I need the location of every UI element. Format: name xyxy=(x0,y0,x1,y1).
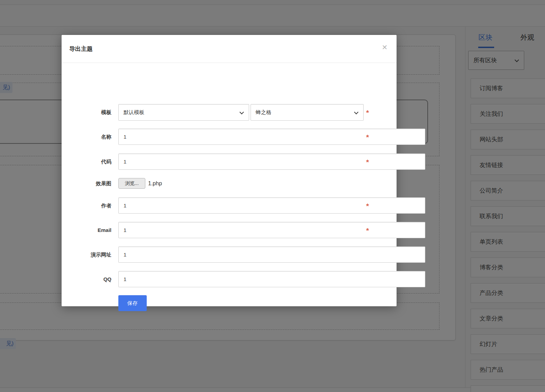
browse-button[interactable]: 浏览... xyxy=(118,178,145,189)
required-asterisk: * xyxy=(366,226,369,235)
field-label-template: 模板 xyxy=(62,104,111,120)
theme-select[interactable]: 蝉之格 xyxy=(251,104,364,121)
required-asterisk: * xyxy=(366,158,369,166)
save-button[interactable]: 保存 xyxy=(118,295,147,311)
modal-title: 导出主题 xyxy=(69,35,93,63)
name-input[interactable] xyxy=(118,129,425,145)
field-label-demo-url: 演示网址 xyxy=(62,246,111,263)
code-input[interactable] xyxy=(118,153,425,170)
field-label-email: Email xyxy=(62,222,111,238)
export-theme-modal: 导出主题 ✕ 模板 默认模板 蝉之格 * 名称 * 代码 * 效果 xyxy=(62,35,397,306)
field-label-screenshot: 效果图 xyxy=(62,178,111,189)
field-label-code: 代码 xyxy=(62,153,111,170)
email-input[interactable] xyxy=(118,222,425,238)
author-input[interactable] xyxy=(118,197,425,214)
field-label-name: 名称 xyxy=(62,129,111,145)
template-select[interactable]: 默认模板 xyxy=(118,104,249,121)
required-asterisk: * xyxy=(366,202,369,210)
close-icon[interactable]: ✕ xyxy=(382,44,388,51)
required-asterisk: * xyxy=(366,133,369,141)
screen: 见) 见) 区块 外观 所有区块 订阅博客 关注我们 网站头部 友情链接 公司简… xyxy=(0,0,545,392)
field-label-author: 作者 xyxy=(62,197,111,214)
required-asterisk: * xyxy=(366,109,369,117)
demo-url-input[interactable] xyxy=(118,246,425,263)
qq-input[interactable] xyxy=(118,271,425,287)
selected-file-name: 1.php xyxy=(148,178,162,189)
chevron-down-icon xyxy=(354,110,358,114)
chevron-down-icon xyxy=(239,110,244,114)
field-label-qq: QQ xyxy=(62,271,111,287)
modal-header: 导出主题 ✕ xyxy=(62,35,397,63)
template-select-value: 默认模板 xyxy=(124,109,144,115)
theme-select-value: 蝉之格 xyxy=(256,109,271,115)
